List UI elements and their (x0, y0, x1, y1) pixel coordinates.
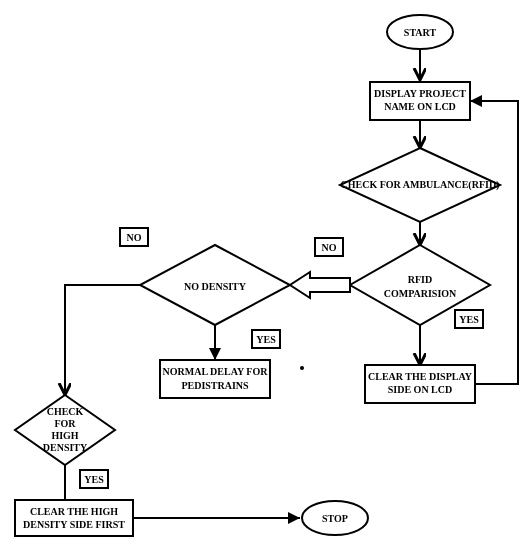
yes2-text: YES (256, 334, 276, 345)
big-arrow-icon (290, 272, 350, 298)
stop-text: STOP (322, 513, 348, 524)
density-text: NO DENSITY (184, 281, 247, 292)
clear-disp-l1: CLEAR THE DISPLAY (368, 371, 473, 382)
display-l2: NAME ON LCD (384, 101, 456, 112)
yes1-text: YES (459, 314, 479, 325)
clear-high-l1: CLEAR THE HIGH (30, 506, 118, 517)
hd-l1: CHECK (47, 406, 84, 417)
check-amb-text: CHECK FOR AMBULANCE(RFID) (341, 179, 500, 191)
rfid-l2: COMPARISION (384, 288, 457, 299)
normal-l2: PEDISTRAINS (181, 380, 249, 391)
yes3-text: YES (84, 474, 104, 485)
edge-feedback (470, 101, 518, 384)
edge-density-high (65, 285, 140, 395)
no1-text: NO (127, 232, 142, 243)
clear-disp-l2: SIDE ON LCD (388, 384, 452, 395)
dot-icon (300, 366, 304, 370)
start-text: START (404, 27, 437, 38)
display-l1: DISPLAY PROJECT (374, 88, 466, 99)
hd-l4: DENSITY (43, 442, 88, 453)
rfid-l1: RFID (408, 274, 432, 285)
flowchart: START DISPLAY PROJECT NAME ON LCD CHECK … (0, 0, 531, 555)
no2-text: NO (322, 242, 337, 253)
normal-l1: NORMAL DELAY FOR (163, 366, 269, 377)
hd-l3: HIGH (51, 430, 78, 441)
clear-high-l2: DENSITY SIDE FIRST (23, 519, 125, 530)
hd-l2: FOR (54, 418, 76, 429)
